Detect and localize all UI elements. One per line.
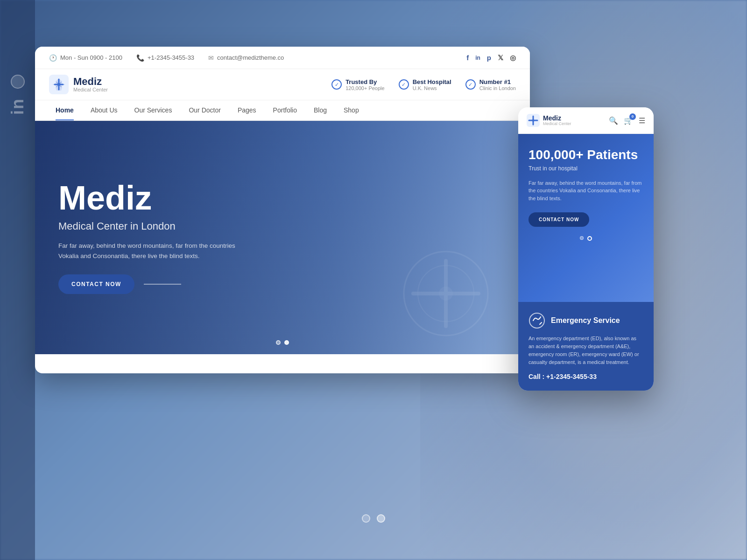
mobile-hero-subtitle: Trust in our hospital [529, 165, 643, 172]
logo-text: Mediz Medical Center [73, 77, 108, 92]
nav-doctor[interactable]: Our Doctor [182, 100, 227, 120]
mobile-hero-title: 100,000+ Patients [529, 148, 643, 162]
left-decoration: in [0, 0, 35, 560]
logo-subtitle: Medical Center [73, 87, 108, 92]
emergency-title: Emergency Service [551, 316, 620, 325]
twitter-icon[interactable]: 𝕏 [498, 54, 503, 62]
check-icon-1: ✓ [331, 79, 342, 90]
svg-point-7 [529, 313, 544, 328]
hours-text: Mon - Sun 0900 - 2100 [60, 54, 122, 61]
mobile-logo-name: Mediz [543, 115, 571, 121]
mobile-cart[interactable]: 🛒 0 [624, 116, 633, 125]
badge-number-text: Number #1 Clinic in London [479, 78, 516, 91]
email-icon: ✉ [208, 54, 214, 62]
nav-home[interactable]: Home [49, 100, 80, 120]
hero-section: Mediz Medical Center in London Far far a… [35, 121, 530, 354]
svg-point-4 [439, 287, 453, 301]
mobile-hero-section: 100,000+ Patients Trust in our hospital … [518, 134, 654, 302]
mobile-card: Mediz Medical Center 🔍 🛒 0 ☰ 100,000+ Pa… [518, 107, 654, 391]
emergency-call: Call : +1-2345-3455-33 [529, 373, 643, 380]
mobile-hero-desc: Far far away, behind the word mountains,… [529, 179, 643, 203]
slide-dot-2[interactable] [284, 340, 289, 345]
deco-circle [11, 75, 25, 89]
emergency-description: An emergency department (ED), also known… [529, 335, 643, 366]
badge-best-text: Best Hospital U.K. News [413, 78, 451, 91]
header-badges: ✓ Trusted By 120,000+ People ✓ Best Hosp… [331, 78, 516, 91]
mobile-navbar: Mediz Medical Center 🔍 🛒 0 ☰ [518, 107, 654, 134]
mobile-dot-2[interactable] [587, 236, 592, 241]
badge-number-label: Number #1 [479, 78, 516, 85]
check-icon-3: ✓ [465, 79, 476, 90]
mobile-menu-icon[interactable]: ☰ [639, 116, 645, 125]
bottom-dot-2[interactable] [377, 514, 385, 523]
emergency-icon [529, 312, 545, 329]
mobile-contact-button[interactable]: CONTACT NOW [529, 212, 589, 227]
mobile-dot-1[interactable] [580, 236, 584, 240]
svg-point-6 [532, 119, 535, 122]
header: Mediz Medical Center ✓ Trusted By 120,00… [35, 69, 530, 100]
email-text: contact@mediztheme.co [217, 54, 284, 61]
hero-title: Mediz [58, 181, 254, 215]
contact-now-button[interactable]: CONTACT NOW [58, 274, 134, 294]
badge-number-one: ✓ Number #1 Clinic in London [465, 78, 516, 91]
cart-count-badge: 0 [629, 113, 636, 120]
check-icon-2: ✓ [399, 79, 409, 90]
facebook-icon[interactable]: f [466, 54, 469, 62]
mobile-logo-subtitle: Medical Center [543, 121, 571, 126]
logo-name: Mediz [73, 77, 108, 87]
topbar-socials: f in p 𝕏 ◎ [466, 54, 516, 62]
phone-icon: 📞 [136, 54, 144, 62]
nav-about[interactable]: About Us [84, 100, 124, 120]
badge-trusted: ✓ Trusted By 120,000+ People [331, 78, 385, 91]
phone-text: +1-2345-3455-33 [148, 54, 194, 61]
mobile-slider-dots [529, 236, 643, 241]
badge-best-label: Best Hospital [413, 78, 451, 85]
nav-pages[interactable]: Pages [231, 100, 263, 120]
slide-dot-1[interactable] [276, 340, 281, 345]
topbar: 🕐 Mon - Sun 0900 - 2100 📞 +1-2345-3455-3… [35, 47, 530, 69]
mobile-logo-text: Mediz Medical Center [543, 115, 571, 126]
topbar-email: ✉ contact@mediztheme.co [208, 54, 284, 62]
instagram-icon[interactable]: ◎ [510, 54, 516, 62]
nav-shop[interactable]: Shop [337, 100, 366, 120]
mobile-logo-icon [527, 114, 540, 127]
topbar-phone: 📞 +1-2345-3455-33 [136, 54, 194, 62]
hero-subtitle: Medical Center in London [58, 220, 254, 232]
pinterest-icon[interactable]: p [487, 54, 491, 62]
badge-trusted-text: Trusted By 120,000+ People [345, 78, 385, 91]
topbar-hours: 🕐 Mon - Sun 0900 - 2100 [49, 54, 122, 62]
topbar-left: 🕐 Mon - Sun 0900 - 2100 📞 +1-2345-3455-3… [49, 54, 284, 62]
emergency-service-card: Emergency Service An emergency departmen… [518, 302, 654, 391]
mobile-nav-icons: 🔍 🛒 0 ☰ [609, 116, 645, 125]
emergency-header: Emergency Service [529, 312, 643, 329]
hero-actions: CONTACT NOW [58, 274, 254, 294]
deco-text: in [8, 98, 28, 115]
hero-slider-dots [276, 340, 289, 345]
mobile-search-icon[interactable]: 🔍 [609, 116, 618, 125]
clock-icon: 🕐 [49, 54, 57, 62]
logo-icon [49, 75, 69, 94]
desktop-card: 🕐 Mon - Sun 0900 - 2100 📞 +1-2345-3455-3… [35, 47, 530, 373]
navigation: Home About Us Our Services Our Doctor Pa… [35, 100, 530, 121]
nav-services[interactable]: Our Services [128, 100, 179, 120]
nav-blog[interactable]: Blog [307, 100, 333, 120]
hero-divider [144, 284, 181, 285]
badge-best-sub: U.K. News [413, 85, 451, 91]
mobile-logo[interactable]: Mediz Medical Center [527, 114, 571, 127]
bottom-dot-1[interactable] [362, 514, 370, 523]
badge-trusted-sub: 120,000+ People [345, 85, 385, 91]
page-bottom-dots [362, 514, 385, 523]
badge-trusted-label: Trusted By [345, 78, 385, 85]
nav-portfolio[interactable]: Portfolio [267, 100, 303, 120]
linkedin-icon[interactable]: in [475, 55, 480, 61]
badge-number-sub: Clinic in London [479, 85, 516, 91]
hero-description: Far far away, behind the word mountains,… [58, 241, 254, 261]
badge-best-hospital: ✓ Best Hospital U.K. News [399, 78, 451, 91]
hero-watermark [399, 247, 493, 340]
logo[interactable]: Mediz Medical Center [49, 75, 108, 94]
hero-content: Mediz Medical Center in London Far far a… [35, 181, 278, 294]
